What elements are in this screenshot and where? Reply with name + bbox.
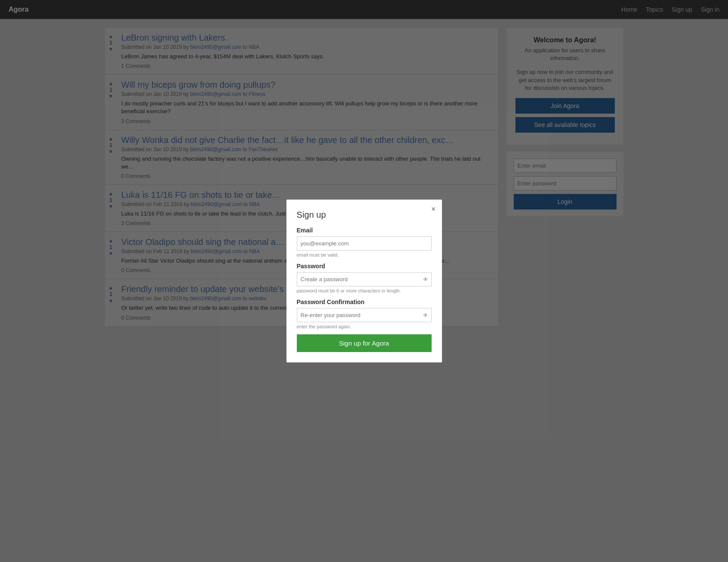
signup-modal: × Sign up Email email must be valid. Pas… [286,200,442,335]
confirm-label: Password Confirmation [297,298,432,305]
password-eye-icon[interactable]: 👁 [423,276,428,283]
password-hint: password must be 6 or more characters in… [297,288,432,293]
password-input-wrapper: 👁 [297,272,432,286]
confirm-eye-icon[interactable]: 👁 [423,312,428,318]
confirm-input[interactable] [297,308,432,322]
modal-close-button[interactable]: × [431,205,436,214]
confirm-field-group: Password Confirmation 👁 enter the passwo… [297,298,432,329]
password-label: Password [297,263,432,270]
confirm-hint: enter the password again. [297,324,432,329]
email-label: Email [297,227,432,234]
password-field-group: Password 👁 password must be 6 or more ch… [297,263,432,293]
confirm-input-wrapper: 👁 [297,308,432,322]
email-hint: email must be valid. [297,252,432,257]
password-input[interactable] [297,272,432,286]
modal-overlay[interactable]: × Sign up Email email must be valid. Pas… [0,0,728,335]
email-input[interactable] [297,236,432,251]
email-input-wrapper [297,236,432,251]
email-field-group: Email email must be valid. [297,227,432,257]
modal-title: Sign up [297,210,432,220]
signup-submit-button[interactable]: Sign up for Agora [297,334,432,335]
